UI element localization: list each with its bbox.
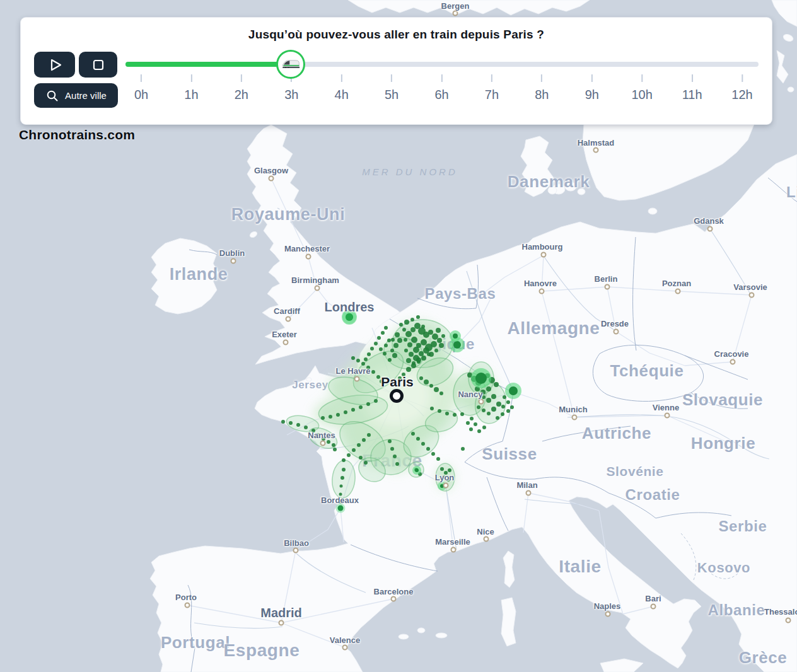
slider-tick-0h: 0h — [134, 74, 148, 102]
slider-tick-5h: 5h — [385, 74, 398, 102]
play-icon — [45, 56, 64, 74]
slider-tick-7h: 7h — [485, 74, 499, 102]
slider-tick-9h: 9h — [585, 74, 599, 102]
search-city-label: Autre ville — [65, 90, 107, 101]
slider-tick-10h: 10h — [631, 74, 652, 102]
slider-tick-8h: 8h — [535, 74, 549, 102]
train-icon — [281, 57, 301, 71]
slider-tick-11h: 11h — [682, 74, 702, 102]
panel-title: Jusqu’où pouvez-vous aller en train depu… — [21, 28, 772, 42]
site-logo: Chronotrains.com — [19, 127, 135, 142]
slider-tick-2h: 2h — [235, 74, 248, 102]
stop-icon — [89, 56, 108, 74]
play-button[interactable] — [34, 52, 75, 78]
slider-tick-1h: 1h — [184, 74, 198, 102]
search-city-button[interactable]: Autre ville — [34, 83, 118, 108]
stop-button[interactable] — [79, 52, 117, 78]
slider-tick-4h: 4h — [335, 74, 349, 102]
control-panel: Jusqu’où pouvez-vous aller en train depu… — [21, 18, 772, 124]
slider-tick-6h: 6h — [434, 74, 448, 102]
slider-handle[interactable] — [276, 50, 305, 79]
chronotrains-app: Royaume-UniIrlandeDanemarkPays-BasBelgiq… — [0, 0, 797, 672]
search-icon — [45, 89, 59, 103]
slider-tick-12h: 12h — [731, 74, 752, 102]
slider-track[interactable] — [125, 62, 759, 67]
